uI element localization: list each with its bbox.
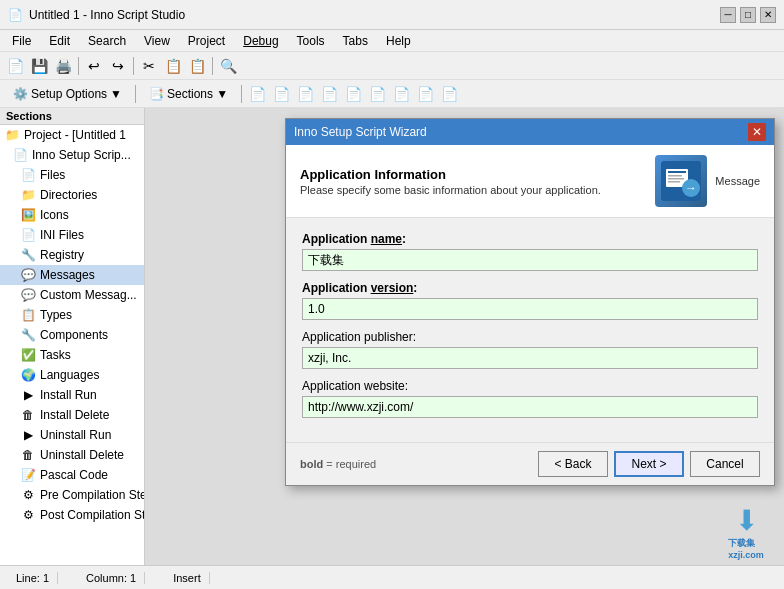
app-name-input[interactable]	[302, 249, 758, 271]
print-button[interactable]: 🖨️	[52, 55, 74, 77]
toolbar2: ⚙️ Setup Options ▼ 📑 Sections ▼ 📄 📄 📄 📄 …	[0, 80, 784, 108]
tb2-btn5[interactable]: 📄	[342, 83, 364, 105]
next-button[interactable]: Next >	[614, 451, 684, 477]
form-group-app-version: Application version:	[302, 281, 758, 320]
menu-bar: File Edit Search View Project Debug Tool…	[0, 30, 784, 52]
tasks-icon: ✅	[20, 347, 36, 363]
sidebar-item-directories[interactable]: 📁 Directories	[0, 185, 144, 205]
back-button[interactable]: < Back	[538, 451, 608, 477]
form-group-app-name: Application name:	[302, 232, 758, 271]
menu-debug[interactable]: Debug	[235, 32, 286, 50]
sections-icon: 📑	[149, 87, 164, 101]
main-area: Sections 📁 Project - [Untitled 1 📄 Inno …	[0, 108, 784, 565]
tb2-btn3[interactable]: 📄	[294, 83, 316, 105]
dialog-footer: bold = required < Back Next > Cancel	[286, 442, 774, 485]
watermark-arrow: ⬇	[735, 504, 758, 537]
undo-button[interactable]: ↩	[83, 55, 105, 77]
tb2-btn2[interactable]: 📄	[270, 83, 292, 105]
app-website-input[interactable]	[302, 396, 758, 418]
redo-button[interactable]: ↪	[107, 55, 129, 77]
maximize-button[interactable]: □	[740, 7, 756, 23]
sidebar-item-post-compilation[interactable]: ⚙ Post Compilation Steps	[0, 505, 144, 525]
app-publisher-input[interactable]	[302, 347, 758, 369]
install-delete-icon: 🗑	[20, 407, 36, 423]
sidebar-item-label: Custom Messag...	[40, 288, 137, 302]
cut-button[interactable]: ✂	[138, 55, 160, 77]
sidebar-item-label: Pascal Code	[40, 468, 108, 482]
footer-buttons: < Back Next > Cancel	[538, 451, 760, 477]
tb2-btn6[interactable]: 📄	[366, 83, 388, 105]
svg-rect-2	[668, 171, 686, 173]
watermark-text: 下载集xzji.com	[728, 537, 764, 560]
menu-project[interactable]: Project	[180, 32, 233, 50]
sidebar-item-types[interactable]: 📋 Types	[0, 305, 144, 325]
title-bar-left: 📄 Untitled 1 - Inno Script Studio	[8, 8, 185, 22]
sidebar-item-ini[interactable]: 📄 INI Files	[0, 225, 144, 245]
sidebar-item-label: Messages	[40, 268, 95, 282]
menu-tools[interactable]: Tools	[289, 32, 333, 50]
app-name-label: Application name:	[302, 232, 758, 246]
save-button[interactable]: 💾	[28, 55, 50, 77]
copy-button[interactable]: 📋	[162, 55, 184, 77]
sidebar-item-install-run[interactable]: ▶ Install Run	[0, 385, 144, 405]
dialog-close-button[interactable]: ✕	[748, 123, 766, 141]
tb2-btn1[interactable]: 📄	[246, 83, 268, 105]
install-run-icon: ▶	[20, 387, 36, 403]
tb2-btn9[interactable]: 📄	[438, 83, 460, 105]
sidebar-item-label: Registry	[40, 248, 84, 262]
title-bar-controls[interactable]: ─ □ ✕	[720, 7, 776, 23]
app-website-label: Application website:	[302, 379, 758, 393]
cancel-button[interactable]: Cancel	[690, 451, 760, 477]
tb2-btn7[interactable]: 📄	[390, 83, 412, 105]
paste-button[interactable]: 📋	[186, 55, 208, 77]
search-button[interactable]: 🔍	[217, 55, 239, 77]
pre-compilation-icon: ⚙	[20, 487, 36, 503]
form-group-app-website: Application website:	[302, 379, 758, 418]
sidebar-item-label: Post Compilation Steps	[40, 508, 145, 522]
app-version-input[interactable]	[302, 298, 758, 320]
sidebar-item-uninstall-delete[interactable]: 🗑 Uninstall Delete	[0, 445, 144, 465]
menu-view[interactable]: View	[136, 32, 178, 50]
close-button[interactable]: ✕	[760, 7, 776, 23]
svg-text:→: →	[685, 181, 697, 195]
sidebar-item-components[interactable]: 🔧 Components	[0, 325, 144, 345]
sidebar-item-install-delete[interactable]: 🗑 Install Delete	[0, 405, 144, 425]
status-column: Column: 1	[78, 572, 145, 584]
sidebar-item-label: INI Files	[40, 228, 84, 242]
toolbar-sep-1	[78, 57, 79, 75]
tb2-btn4[interactable]: 📄	[318, 83, 340, 105]
files-icon: 📄	[20, 167, 36, 183]
directories-icon: 📁	[20, 187, 36, 203]
sidebar-item-tasks[interactable]: ✅ Tasks	[0, 345, 144, 365]
menu-tabs[interactable]: Tabs	[335, 32, 376, 50]
new-button[interactable]: 📄	[4, 55, 26, 77]
tb2-btn8[interactable]: 📄	[414, 83, 436, 105]
content-area: Inno Setup Script Wizard ✕ Application I…	[145, 108, 784, 565]
sidebar-item-label: Project - [Untitled 1	[24, 128, 126, 142]
toolbar2-sep2	[241, 85, 242, 103]
menu-edit[interactable]: Edit	[41, 32, 78, 50]
menu-search[interactable]: Search	[80, 32, 134, 50]
dialog-header-title: Application Information	[300, 167, 601, 182]
menu-file[interactable]: File	[4, 32, 39, 50]
messages-icon: 💬	[20, 267, 36, 283]
sidebar-item-pascal[interactable]: 📝 Pascal Code	[0, 465, 144, 485]
sidebar-item-custom-messages[interactable]: 💬 Custom Messag...	[0, 285, 144, 305]
sidebar-item-uninstall-run[interactable]: ▶ Uninstall Run	[0, 425, 144, 445]
sidebar-item-messages[interactable]: 💬 Messages	[0, 265, 144, 285]
sidebar-item-pre-compilation[interactable]: ⚙ Pre Compilation Steps	[0, 485, 144, 505]
uninstall-run-icon: ▶	[20, 427, 36, 443]
watermark: ⬇ 下载集xzji.com	[716, 507, 776, 557]
sidebar-item-inno[interactable]: 📄 Inno Setup Scrip...	[0, 145, 144, 165]
sidebar-item-languages[interactable]: 🌍 Languages	[0, 365, 144, 385]
app-icon: 📄	[8, 8, 23, 22]
sections-button[interactable]: 📑 Sections ▼	[140, 84, 237, 104]
sections-label: Sections ▼	[167, 87, 228, 101]
menu-help[interactable]: Help	[378, 32, 419, 50]
sidebar-item-icons[interactable]: 🖼️ Icons	[0, 205, 144, 225]
sidebar-item-files[interactable]: 📄 Files	[0, 165, 144, 185]
sidebar-item-project[interactable]: 📁 Project - [Untitled 1	[0, 125, 144, 145]
sidebar-item-registry[interactable]: 🔧 Registry	[0, 245, 144, 265]
minimize-button[interactable]: ─	[720, 7, 736, 23]
setup-options-button[interactable]: ⚙️ Setup Options ▼	[4, 84, 131, 104]
